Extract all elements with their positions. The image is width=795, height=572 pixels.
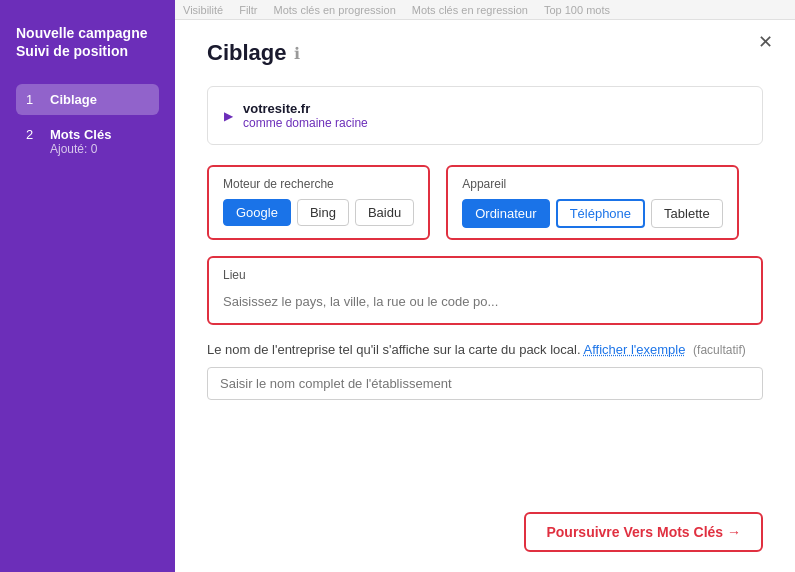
search-engine-label: Moteur de recherche	[223, 177, 414, 191]
sidebar-title: Nouvelle campagne Suivi de position	[16, 24, 159, 60]
search-device-row: Moteur de recherche Google Bing Baidu Ap…	[207, 165, 763, 240]
sidebar-item-label-mots-cles: Mots Clés	[50, 127, 111, 142]
device-label: Appareil	[462, 177, 722, 191]
lieu-section: Lieu	[207, 256, 763, 325]
business-optional: (facultatif)	[693, 343, 746, 357]
search-engine-btn-group: Google Bing Baidu	[223, 199, 414, 226]
btn-ordinateur[interactable]: Ordinateur	[462, 199, 549, 228]
search-engine-box: Moteur de recherche Google Bing Baidu	[207, 165, 430, 240]
device-btn-group: Ordinateur Téléphone Tablette	[462, 199, 722, 228]
business-input[interactable]	[207, 367, 763, 400]
sidebar-item-label-ciblage: Ciblage	[50, 92, 97, 107]
btn-telephone[interactable]: Téléphone	[556, 199, 645, 228]
top-bar-hint: Visibilité Filtr Mots clés en progressio…	[175, 0, 795, 20]
chevron-right-icon: ▶	[224, 109, 233, 123]
business-link[interactable]: Afficher l'exemple	[583, 342, 685, 357]
btn-tablette[interactable]: Tablette	[651, 199, 723, 228]
btn-bing[interactable]: Bing	[297, 199, 349, 226]
sidebar-item-number-1: 1	[26, 92, 40, 107]
next-button[interactable]: Poursuivre Vers Mots Clés →	[524, 512, 763, 552]
btn-google[interactable]: Google	[223, 199, 291, 226]
info-icon: ℹ	[294, 44, 300, 63]
sidebar: Nouvelle campagne Suivi de position 1 Ci…	[0, 0, 175, 572]
modal-title: Ciblage	[207, 40, 286, 66]
modal-backdrop: Nouvelle campagne Suivi de position 1 Ci…	[0, 0, 795, 572]
business-description: Le nom de l'entreprise tel qu'il s'affic…	[207, 342, 581, 357]
close-button[interactable]: ✕	[751, 28, 779, 56]
footer-area: Poursuivre Vers Mots Clés →	[524, 512, 763, 552]
sidebar-item-mots-cles[interactable]: 2 Mots Clés Ajouté: 0	[16, 119, 159, 164]
domain-info: votresite.fr comme domaine racine	[243, 101, 368, 130]
domain-subtitle: comme domaine racine	[243, 116, 368, 130]
device-box: Appareil Ordinateur Téléphone Tablette	[446, 165, 738, 240]
business-label: Le nom de l'entreprise tel qu'il s'affic…	[207, 341, 763, 359]
sidebar-item-number-2: 2	[26, 127, 40, 142]
main-content: Visibilité Filtr Mots clés en progressio…	[175, 0, 795, 572]
lieu-input[interactable]	[223, 290, 747, 313]
btn-baidu[interactable]: Baidu	[355, 199, 414, 226]
sidebar-item-ciblage[interactable]: 1 Ciblage	[16, 84, 159, 115]
sidebar-item-sublabel-mots-cles: Ajouté: 0	[50, 142, 111, 156]
domain-section: ▶ votresite.fr comme domaine racine	[207, 86, 763, 145]
domain-name: votresite.fr	[243, 101, 368, 116]
lieu-label: Lieu	[223, 268, 747, 282]
